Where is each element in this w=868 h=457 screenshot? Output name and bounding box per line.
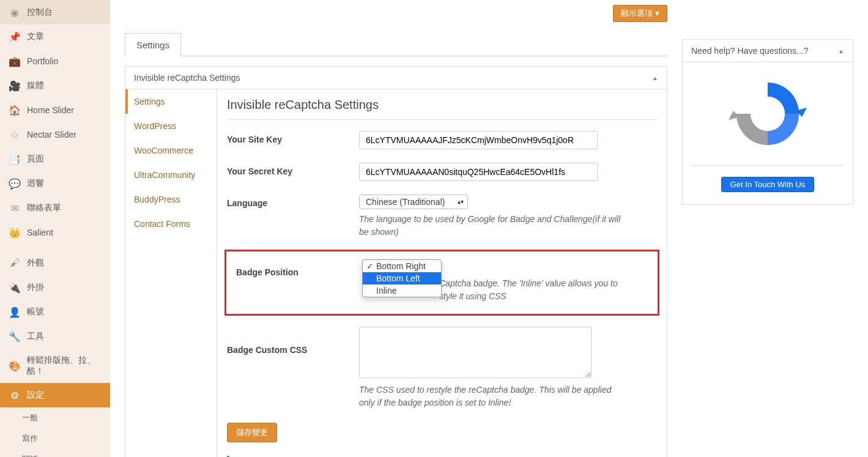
sidebar-item-11[interactable]: 🖌外觀	[0, 251, 110, 275]
badge-position-highlight: Badge Position Bottom RightBottom LeftIn…	[224, 250, 659, 316]
language-label: Language	[227, 195, 349, 208]
menu-icon: 🔧	[9, 330, 21, 343]
panel-title: Invisible reCaptcha Settings	[134, 73, 240, 83]
help-box: Need help? Have questions...? ▲	[682, 39, 853, 205]
sidebar-item-14[interactable]: 🔧工具	[0, 324, 110, 349]
menu-label: 頁面	[27, 154, 44, 165]
menu-icon: ✉	[9, 202, 21, 214]
menu-label: 媒體	[27, 80, 44, 91]
menu-label: Home Slider	[27, 105, 74, 115]
form-area: Invisible reCaptcha Settings Your Site K…	[217, 89, 667, 457]
menu-icon: 🖌	[9, 257, 21, 269]
menu-label: 設定	[27, 390, 44, 401]
menu-icon: 📌	[9, 31, 21, 43]
inner-nav-ultracommunity[interactable]: UltraCommunity	[125, 163, 217, 187]
secret-key-input[interactable]	[359, 163, 598, 181]
badge-css-label: Badge Custom CSS	[227, 327, 349, 355]
menu-icon: 💬	[9, 177, 21, 190]
inner-nav-contact forms[interactable]: Contact Forms	[125, 212, 217, 236]
sidebar-item-15[interactable]: 🎨輕鬆排版拖、拉、酷！	[0, 349, 110, 383]
sidebar-item-3[interactable]: 🎥媒體	[0, 73, 110, 98]
menu-label: Salient	[27, 228, 53, 237]
menu-label: 外掛	[27, 282, 44, 293]
menu-label: 帳號	[27, 307, 44, 318]
contact-button[interactable]: Get In Touch With Us	[721, 177, 815, 192]
menu-label: Portfolio	[27, 56, 58, 66]
screen-options-button[interactable]: 顯示選項 ▾	[613, 5, 667, 22]
menu-label: 迴響	[27, 178, 44, 189]
sidebar-item-13[interactable]: 👤帳號	[0, 300, 110, 324]
sidebar-item-7[interactable]: 💬迴響	[0, 171, 110, 196]
menu-label: Nectar Slider	[27, 130, 76, 139]
menu-label: 文章	[27, 31, 44, 42]
menu-icon: 👑	[9, 226, 21, 239]
main-content: 顯示選項 ▾ Settings Invisible reCaptcha Sett…	[110, 0, 868, 457]
menu-icon: 💼	[9, 55, 21, 67]
inner-nav: SettingsWordPressWooCommerceUltraCommuni…	[125, 89, 217, 457]
recaptcha-logo-icon	[729, 75, 807, 153]
menu-icon: 🎨	[9, 360, 21, 372]
sidebar-item-4[interactable]: 🏠Home Slider	[0, 98, 110, 122]
settings-panel: Invisible reCaptcha Settings ▲ SettingsW…	[125, 66, 667, 457]
menu-icon: ⚙	[9, 389, 21, 401]
inner-nav-wordpress[interactable]: WordPress	[125, 114, 217, 138]
dropdown-option-1[interactable]: Bottom Left	[363, 272, 441, 284]
sidebar-item-2[interactable]: 💼Portfolio	[0, 49, 110, 73]
menu-icon: ☆	[9, 128, 21, 141]
menu-label: 外觀	[27, 258, 44, 269]
submenu-item-2[interactable]: 閱讀	[0, 449, 110, 457]
section-title: Invisible reCaptcha Settings	[227, 98, 657, 120]
language-select[interactable]: Chinese (Traditional) ▴▾	[359, 195, 468, 209]
sidebar-item-12[interactable]: 🔌外掛	[0, 275, 110, 300]
menu-icon: 🎥	[9, 80, 21, 92]
panel-header[interactable]: Invisible reCaptcha Settings ▲	[125, 67, 667, 89]
menu-label: 輕鬆排版拖、拉、酷！	[27, 355, 102, 377]
sidebar-item-6[interactable]: 📑頁面	[0, 147, 110, 171]
badge-css-desc: The CSS used to restyle the reCaptcha ba…	[359, 384, 628, 409]
menu-icon: ◉	[9, 6, 21, 18]
menu-icon: 🔌	[9, 281, 21, 294]
submenu-item-1[interactable]: 寫作	[0, 428, 110, 449]
collapse-icon: ▲	[652, 75, 658, 81]
menu-label: 控制台	[27, 7, 53, 18]
badge-position-desc: Captcha badge. The 'Inline' value allows…	[439, 277, 637, 303]
inner-nav-woocommerce[interactable]: WooCommerce	[125, 138, 217, 163]
admin-sidebar: ◉控制台📌文章💼Portfolio🎥媒體🏠Home Slider☆Nectar …	[0, 0, 110, 457]
save-button[interactable]: 儲存變更	[227, 423, 277, 442]
badge-position-dropdown[interactable]: Bottom RightBottom LeftInline	[362, 259, 442, 297]
inner-nav-settings[interactable]: Settings	[125, 89, 217, 114]
tab-bar: Settings	[125, 33, 667, 56]
menu-label: 工具	[27, 331, 44, 342]
select-arrows-icon: ▴▾	[458, 199, 464, 205]
sidebar-item-0[interactable]: ◉控制台	[0, 0, 110, 24]
dropdown-option-0[interactable]: Bottom Right	[363, 260, 441, 272]
site-key-input[interactable]	[359, 131, 598, 149]
sidebar-item-8[interactable]: ✉聯絡表單	[0, 196, 110, 220]
help-header[interactable]: Need help? Have questions...? ▲	[683, 40, 853, 62]
dropdown-option-2[interactable]: Inline	[363, 284, 441, 297]
secret-key-label: Your Secret Key	[227, 163, 349, 176]
sidebar-item-5[interactable]: ☆Nectar Slider	[0, 122, 110, 147]
inner-nav-buddypress[interactable]: BuddyPress	[125, 187, 217, 212]
menu-label: 聯絡表單	[27, 202, 61, 214]
menu-icon: 👤	[9, 306, 21, 318]
language-desc: The language to be used by Google for Ba…	[359, 213, 628, 239]
sidebar-item-1[interactable]: 📌文章	[0, 24, 110, 49]
sidebar-item-16[interactable]: ⚙設定	[0, 383, 110, 407]
menu-icon: 🏠	[9, 104, 21, 116]
collapse-icon: ▲	[838, 48, 844, 54]
badge-position-label: Badge Position	[236, 264, 358, 277]
site-key-label: Your Site Key	[227, 131, 349, 144]
menu-icon: 📑	[9, 153, 21, 165]
badge-css-textarea[interactable]	[359, 327, 592, 378]
sidebar-item-9[interactable]: 👑Salient	[0, 220, 110, 245]
submenu-item-0[interactable]: 一般	[0, 407, 110, 428]
tab-settings[interactable]: Settings	[125, 33, 181, 56]
